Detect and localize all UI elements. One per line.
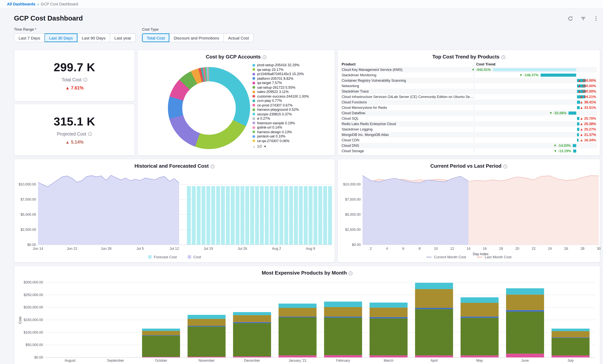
forecast-bar: [187, 186, 191, 245]
legend-label: pr10406a87045145c3 15.20%: [257, 72, 304, 76]
total-cost-label-text: Total Cost: [62, 77, 81, 82]
legend-item-[interactable]: ø 0.27%: [253, 117, 332, 121]
legend-item-ccm-play[interactable]: ccm-play 0.77%: [253, 99, 332, 103]
time-range-option-last-90-days[interactable]: Last 90 Days: [78, 33, 110, 42]
legend-item-golink-url[interactable]: golink-url 0.14%: [253, 125, 332, 130]
info-icon[interactable]: i: [501, 55, 505, 59]
legend-swatch: [188, 255, 191, 259]
legend-item-ce-prod-274307[interactable]: ce-prod-274307 0.67%: [253, 103, 332, 107]
legend-dot: [253, 86, 255, 89]
trend-bar: [577, 117, 579, 120]
cost-trend-cell: ▲ 16.34%: [474, 137, 597, 143]
kebab-menu-icon[interactable]: [593, 15, 599, 22]
legend-item-secops-239815[interactable]: secops-239815 0.37%: [253, 112, 332, 116]
trend-bar: [577, 139, 578, 142]
trend-value: ▲ 16.34%: [580, 137, 596, 143]
legend-item-qa-target[interactable]: qa-target 7.57%: [253, 81, 332, 85]
cost-trend-cell: ▼ -14.53%: [474, 143, 597, 148]
bar-segment-segment-green: [142, 336, 180, 357]
forecast-bar: [207, 186, 210, 245]
legend-item-cost[interactable]: Cost: [188, 255, 201, 259]
legend-item-current-month-cost[interactable]: Current Month Cost: [426, 255, 466, 259]
time-range-option-last-7-days[interactable]: Last 7 Days: [14, 33, 45, 42]
refresh-icon[interactable]: [567, 15, 574, 22]
legend-item-harness-design[interactable]: harness-design 0.13%: [253, 130, 332, 134]
breadcrumb: All Dashboards › GCP Cost Dashboard: [0, 0, 603, 9]
breadcrumb-chevron-icon: ›: [37, 2, 39, 6]
legend-item-last-month-cost[interactable]: Last Month Cost: [477, 255, 511, 259]
time-range-option-last-30-days[interactable]: Last 30 Days: [45, 33, 78, 42]
forecast-bar: [265, 186, 269, 245]
cost-area: [38, 175, 179, 245]
y-axis-tick-label: $200,000.00: [24, 305, 43, 309]
product-cell: Redis Labs Redis Enterprise Cloud: [341, 121, 474, 127]
filter-icon[interactable]: [580, 15, 586, 22]
y-axis-tick-label: $10,000.00: [19, 182, 36, 186]
breadcrumb-all-dashboards-link[interactable]: All Dashboards: [7, 2, 35, 6]
forecast-bar: [226, 186, 230, 245]
time-range-option-last-year[interactable]: Last year: [110, 33, 136, 42]
legend-item-qa-setup[interactable]: qa-setup 23.17%: [253, 67, 332, 72]
forecast-bar: [197, 186, 200, 245]
x-axis-tick-label: September: [107, 359, 124, 363]
bar-segment-segment-pink: [279, 355, 317, 357]
legend-swatch: [148, 255, 151, 259]
bar-segment-segment-pink: [142, 357, 180, 357]
bar-segment-segment-olive: [233, 315, 271, 322]
chart-title-text: Top Cost Trend by Products: [432, 54, 499, 60]
legend-item-sales-209522[interactable]: sales-209522 3.11%: [253, 90, 332, 94]
legend-dot: [253, 126, 255, 129]
legend-item-uat-setup-261723[interactable]: uat-setup-261723 5.55%: [253, 85, 332, 89]
cost-type-option-discount-and-promotions[interactable]: Discount and Promotions: [169, 33, 224, 42]
legend-label: ccm-play 0.77%: [257, 99, 282, 103]
cost-trend-table: ProductCost TrendCloud Key Management Se…: [341, 62, 597, 154]
legend-item-harness-playground[interactable]: harness-playground 0.52%: [253, 108, 332, 112]
table-row: Container Registry Vulnerability Scannin…: [341, 78, 597, 83]
cost-type-option-total-cost[interactable]: Total Cost: [142, 33, 169, 42]
bar-segment-segment-olive: [552, 331, 590, 337]
product-cell: Stackdriver Logging: [341, 127, 474, 132]
legend-page-up-icon[interactable]: ▲: [253, 145, 255, 148]
bar-segment-segment-cyan: [187, 315, 225, 319]
legend-item-customer-success-244100[interactable]: customer-success-244100 1.00%: [253, 94, 332, 98]
cost-by-gcp-accounts-card: Cost by GCP Accountsi prod-setup-205416 …: [137, 50, 335, 156]
y-axis-title: Cost: [18, 317, 22, 324]
trend-value: ▲ 100.00%: [578, 83, 596, 89]
legend-item-prod-setup-205416[interactable]: prod-setup-205416 32.29%: [253, 63, 332, 67]
forecast-bar: [275, 186, 278, 245]
legend-label: harness-playground 0.52%: [257, 108, 299, 112]
cost-type-option-actual-cost[interactable]: Actual Cost: [224, 33, 254, 42]
info-icon[interactable]: i: [83, 78, 87, 82]
bar-segment-segment-green: [279, 317, 317, 355]
info-icon[interactable]: i: [263, 55, 267, 59]
bar-segment-segment-blue: [187, 326, 225, 327]
column-header-cost-trend[interactable]: Cost Trend: [474, 62, 597, 67]
product-cell: Cloud Key Management Service (KMS): [341, 67, 474, 72]
bar-segment-segment-green: [187, 327, 225, 357]
legend-page-down-icon[interactable]: ▼: [264, 145, 267, 148]
forecast-bar: [211, 186, 215, 245]
legend-item-platform-205701[interactable]: platform-205701 8.82%: [253, 77, 332, 80]
legend-label: Current Month Cost: [434, 255, 466, 259]
legend-item-pentest-uat[interactable]: pentest-uat 0.10%: [253, 134, 332, 138]
x-axis-tick-label: January '21: [289, 359, 307, 363]
time-range-filter: Time Range * Last 7 DaysLast 30 DaysLast…: [14, 27, 136, 42]
legend-label: secops-239815 0.37%: [257, 112, 292, 116]
y-axis-tick-label: $300,000.00: [24, 280, 43, 284]
info-icon[interactable]: i: [88, 132, 92, 136]
legend-item-freemium-sample[interactable]: freemium-sample 0.19%: [253, 121, 332, 125]
bar-segment-segment-blue: [370, 317, 407, 318]
trend-bar: [541, 74, 576, 77]
legend-item-pr10406a87045145c3[interactable]: pr10406a87045145c3 15.20%: [253, 72, 332, 76]
legend-item-forecast-cost[interactable]: Forecast Cost: [148, 255, 177, 259]
bar-segment-segment-blue: [324, 317, 362, 318]
total-cost-label: Total Cost i: [62, 77, 87, 82]
x-axis-tick-label: August: [65, 359, 75, 363]
legend-item-ce-qa-274307[interactable]: ce-qa-274307 0.06%: [253, 139, 332, 143]
legend-label: qa-target 7.57%: [257, 81, 282, 85]
forecast-bar: [192, 186, 196, 245]
bar-segment-segment-blue: [279, 317, 317, 317]
cost-trend-cell: ▲ 21.37%: [474, 132, 597, 137]
x-axis-tick-label: July: [568, 359, 574, 363]
column-header-product[interactable]: Product: [341, 62, 474, 67]
